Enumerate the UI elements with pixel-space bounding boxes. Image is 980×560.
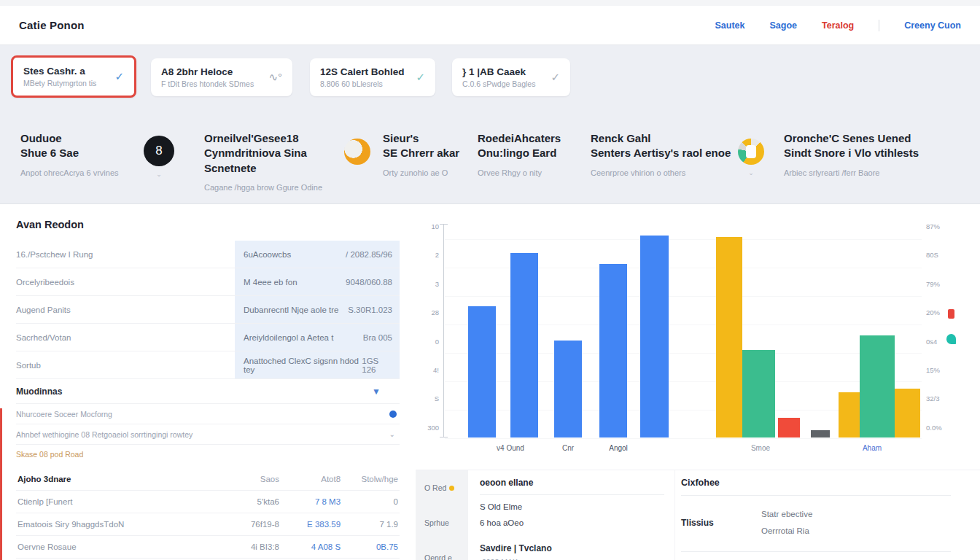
- status-dot-icon: [389, 411, 397, 418]
- detail-row: Tlissius Statr ebective Oerrrotai Ria: [681, 506, 951, 552]
- table-cell: 76f19-8: [216, 513, 281, 536]
- section-header: oeoon ellane: [480, 478, 664, 495]
- caret-icon: ⌄: [389, 430, 395, 438]
- chart-bar: [860, 335, 895, 438]
- stat-card-subtitle: MBety Rutymgrton tis: [23, 79, 96, 88]
- nav-link-2[interactable]: Sagoe: [769, 20, 797, 31]
- kv-mid: 6uAcoowcbs: [244, 250, 291, 259]
- y-axis-line: [443, 225, 444, 438]
- legend-teal-marker: [946, 334, 956, 344]
- gridline: [445, 438, 922, 439]
- y-axis-label-left: 300: [417, 423, 439, 431]
- bar-chart: v4 OundCnrAngolSmoeAham10232804!S30087%8…: [416, 204, 980, 470]
- mini-sidebar-item[interactable]: Oenrd e: [416, 540, 468, 560]
- bottom-middle-section: O Red Sprhue Oenrd e oeoon ellane S Old …: [416, 470, 675, 560]
- panel-title: Avan Reodon: [16, 219, 400, 230]
- stat-card-selected[interactable]: Stes Cashr. a MBety Rutymgrton tis ✓: [11, 55, 136, 98]
- kv-row[interactable]: SortubAnattoched ClexC sigsnn hdod tey1G…: [16, 351, 400, 379]
- table-cell: 4 A08 S: [281, 536, 342, 559]
- expand-row[interactable]: Muodinnas ▼: [16, 379, 400, 404]
- detail-label: Tlissius: [681, 506, 761, 540]
- stat-card[interactable]: 12S Calert Bohled 8.806 60 bLlesrels ✓: [310, 58, 435, 96]
- table-cell: Ematoois Siry 9haggdsTdoN: [16, 513, 216, 536]
- list-item[interactable]: Nhurcoere Soceer Mocforng: [16, 404, 400, 424]
- kv-mid: M 4eee eb fon: [244, 278, 298, 287]
- stat-card-subtitle: C.0.6 sPwdge Bagles: [462, 79, 535, 88]
- mini-sidebar-item[interactable]: O Red: [416, 470, 468, 505]
- feature-subtitle: Arbiec srlyrearti /ferr Baore: [784, 168, 962, 177]
- kv-mid: Anattoched ClexC sigsnn hdod tey: [244, 357, 362, 374]
- feature-subtitle: Orvee Rhgy o nity: [478, 168, 587, 177]
- table-row[interactable]: Oervne Rosaue4i BI3:84 A08 S0B.75: [16, 536, 400, 559]
- kv-row[interactable]: Sacrhed/VotanAreiyldoilengol a Aetea tBr…: [16, 324, 400, 351]
- table-row[interactable]: Ematoois Siry 9haggdsTdoN76f19-8E 383.59…: [16, 513, 400, 536]
- kv-highlight-cell: Anattoched ClexC sigsnn hdod tey1GS 126: [235, 351, 400, 378]
- x-axis-label: Aham: [863, 444, 882, 452]
- table-row[interactable]: Ctienlp [Funert5'kta67 8 M30: [16, 491, 400, 513]
- chart-bar: [839, 392, 860, 438]
- feature-item: OuduoeShue 6 Sae Anpot ohrecAcrya 6 vrvi…: [20, 131, 148, 177]
- gold-dot-icon: [449, 486, 454, 491]
- kv-highlight-cell: Dubanrecntl Njqe aole treS.30R1.023: [235, 296, 400, 323]
- y-axis-label-left: 0: [417, 337, 439, 345]
- y-axis-label-left: 3: [417, 279, 439, 287]
- stat-card-title: A8 2bhr Heloce: [161, 66, 254, 77]
- stat-card-subtitle: F tDit Bres htondek SDmes: [161, 79, 254, 88]
- section-header: Cixfohee: [681, 478, 951, 496]
- mini-sidebar-label: O Red: [424, 483, 446, 492]
- stat-card[interactable]: } 1 |AB Caaek C.0.6 sPwdge Bagles ✓: [452, 58, 570, 96]
- nav-link-3[interactable]: Teralog: [822, 20, 854, 31]
- chart-panel: v4 OundCnrAngolSmoeAham10232804!S30087%8…: [416, 204, 980, 560]
- column-header: Ajoho 3dnare: [16, 468, 216, 491]
- table-cell: Ctienlp [Funert: [16, 491, 216, 513]
- kv-value: 1GS 126: [362, 357, 392, 374]
- list-item[interactable]: Ahnbef wethiogine 08 Retgoaeiol sorrting…: [16, 424, 400, 445]
- stat-card[interactable]: A8 2bhr Heloce F tDit Bres htondek SDmes…: [151, 58, 292, 96]
- table-cell: 5'kta6: [216, 491, 281, 513]
- feature-item: RoedeiAhcatersOnu:lingo Eard Orvee Rhgy …: [478, 131, 587, 177]
- detail-value: Statr ebective Oerrrotai Ria: [761, 506, 812, 540]
- bottom-right-section: Cixfohee Tlissius Statr ebective Oerrrot…: [675, 470, 980, 560]
- feature-subtitle: Ceenrproe vhirion o others: [591, 168, 733, 177]
- kv-value: Bra 005: [363, 333, 392, 342]
- kv-row[interactable]: OrcelyribeedoisM 4eee eb fon9048/060.88: [16, 268, 400, 296]
- kv-label: Orcelyribeedois: [16, 268, 235, 295]
- main-panel: Avan Reodon 16./Psctchew I Rung6uAcoowcb…: [0, 204, 980, 560]
- chart-bar: [895, 389, 920, 438]
- mini-sidebar-item[interactable]: Sprhue: [416, 505, 468, 540]
- kv-label: Sortub: [16, 351, 235, 378]
- chart-bar: [811, 430, 830, 438]
- chart-bar: [599, 264, 627, 438]
- chart-bar: [716, 237, 742, 438]
- kv-label: Sacrhed/Votan: [16, 324, 235, 351]
- warning-row[interactable]: Skase 08 pod Road: [16, 445, 400, 464]
- y-axis-label-left: 10: [417, 222, 439, 230]
- table-cell: 0: [342, 491, 400, 513]
- feature-title: Oronche'C Senes UenedSindt Snore i Vlo v…: [784, 131, 962, 161]
- entry-title[interactable]: Savdire | Tvclano: [480, 543, 664, 553]
- app-logo: Catie Ponon: [19, 19, 85, 31]
- x-axis-label: Smoe: [751, 444, 770, 452]
- bottom-sections: O Red Sprhue Oenrd e oeoon ellane S Old …: [416, 470, 980, 560]
- stat-card-title: 12S Calert Bohled: [320, 66, 405, 77]
- feature-title: RoedeiAhcatersOnu:lingo Eard: [478, 131, 587, 161]
- feature-title: Sieur'sSE Chrerr akar: [383, 131, 474, 161]
- nav-link-1[interactable]: Sautek: [715, 20, 744, 31]
- table-cell: 4i BI3:8: [216, 536, 281, 559]
- axis-tick: [440, 437, 448, 438]
- content-line: S Old Elme: [480, 502, 664, 511]
- chart-bar: [640, 236, 669, 438]
- kv-value: 9048/060.88: [346, 278, 392, 287]
- column-header: Atot8: [281, 468, 342, 491]
- y-axis-label-right: 0.0%: [926, 423, 942, 431]
- nav-link-4[interactable]: Creeny Cuon: [904, 20, 961, 31]
- column-header: Saos: [216, 468, 281, 491]
- y-axis-label-right: 79%: [926, 279, 940, 287]
- kv-row[interactable]: Augend PanitsDubanrecntl Njqe aole treS.…: [16, 296, 400, 324]
- feature-subtitle: Cagane /hgga brow Ggure Odine: [204, 183, 346, 192]
- kv-row[interactable]: 16./Psctchew I Rung6uAcoowcbs/ 2082.85/9…: [16, 241, 400, 268]
- feature-subtitle: Anpot ohrecAcrya 6 vrvines: [20, 168, 148, 177]
- nav-divider: [879, 20, 879, 31]
- stat-card-title: Stes Cashr. a: [23, 66, 96, 77]
- chart-bar: [742, 350, 775, 438]
